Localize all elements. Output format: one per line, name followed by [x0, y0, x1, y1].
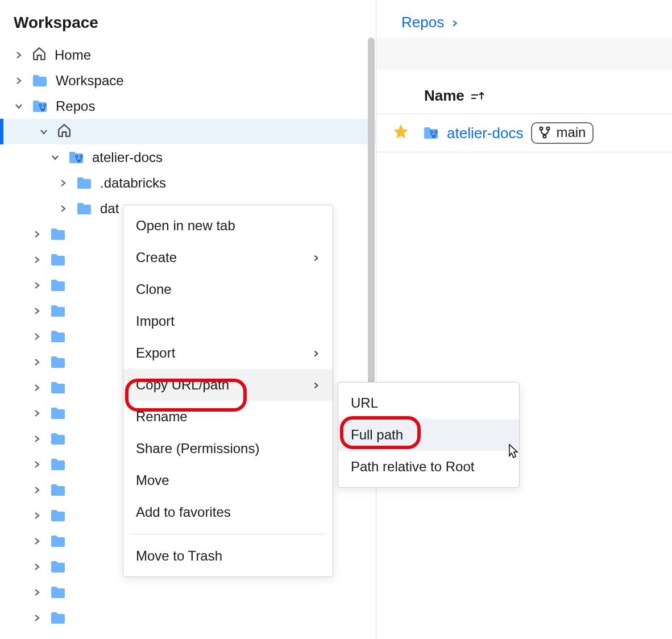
folder-icon [50, 381, 66, 395]
folder-icon [50, 355, 66, 369]
repo-link[interactable]: atelier-docs [447, 125, 523, 142]
chevron-right-icon [32, 536, 42, 546]
chevron-right-icon [32, 331, 42, 342]
tree-item-atelier-docs[interactable]: atelier-docs [0, 144, 376, 170]
folder-icon [50, 279, 66, 292]
tree-item-workspace[interactable]: Workspace [0, 68, 376, 93]
folder-icon [50, 534, 66, 548]
chevron-right-icon [58, 204, 68, 214]
star-icon[interactable] [392, 123, 409, 143]
folder-icon [50, 406, 66, 420]
chevron-right-icon [32, 357, 42, 367]
menu-share[interactable]: Share (Permissions) [123, 433, 333, 464]
folder-icon [50, 253, 66, 267]
submenu-url[interactable]: URL [338, 387, 519, 419]
chevron-down-icon [14, 101, 24, 111]
branch-pill[interactable]: main [531, 122, 594, 144]
repo-folder-icon [423, 126, 439, 140]
submenu-full-path[interactable]: Full path [338, 419, 519, 451]
tree-label: Repos [56, 98, 95, 114]
submenu-copy-url-path: URL Full path Path relative to Root [338, 382, 520, 488]
submenu-relative[interactable]: Path relative to Root [338, 451, 519, 483]
folder-icon [50, 227, 66, 241]
folder-icon [50, 432, 66, 446]
pointer-cursor-icon [505, 442, 521, 464]
sort-ascending-icon [470, 90, 485, 102]
chevron-right-icon [32, 255, 42, 265]
folder-icon [50, 330, 66, 343]
folder-icon [50, 509, 66, 522]
chevron-down-icon [50, 152, 60, 163]
chevron-right-icon [32, 434, 42, 444]
branch-icon [538, 126, 551, 139]
chevron-right-icon [32, 587, 42, 597]
menu-import[interactable]: Import [123, 305, 333, 337]
table-row[interactable]: atelier-docs main [376, 114, 672, 152]
toolbar-placeholder [376, 37, 672, 70]
menu-rename[interactable]: Rename [123, 401, 333, 433]
chevron-down-icon [39, 127, 49, 137]
menu-create[interactable]: Create [123, 242, 333, 273]
tree-label: dat [100, 201, 119, 217]
tree-label: Home [55, 47, 91, 63]
menu-add-favorites[interactable]: Add to favorites [123, 496, 333, 528]
chevron-right-icon [32, 459, 42, 470]
branch-name: main [556, 125, 586, 140]
tree-item-databricks[interactable]: .databricks [0, 170, 376, 196]
column-name: Name [424, 87, 464, 105]
folder-icon [50, 560, 66, 574]
tree-label: atelier-docs [92, 150, 163, 165]
tree-item-generic[interactable] [0, 605, 376, 630]
folder-icon [50, 611, 66, 625]
folder-icon [50, 304, 66, 318]
chevron-right-icon [32, 613, 42, 623]
chevron-right-icon [14, 50, 24, 60]
menu-move[interactable]: Move [123, 464, 333, 496]
tree-item-user-home[interactable] [0, 119, 376, 144]
repo-folder-icon [68, 151, 84, 164]
menu-move-trash[interactable]: Move to Trash [123, 540, 333, 572]
tree-item-generic[interactable] [0, 579, 376, 605]
chevron-right-icon [32, 383, 42, 393]
tree-label: Workspace [56, 73, 124, 89]
context-menu: Open in new tab Create Clone Import Expo… [123, 205, 333, 577]
folder-icon [50, 483, 66, 497]
folder-icon [50, 586, 66, 599]
svg-point-10 [547, 127, 550, 130]
chevron-right-icon [32, 280, 42, 291]
chevron-right-icon [58, 178, 68, 188]
home-icon [57, 123, 72, 141]
chevron-right-icon [32, 306, 42, 316]
home-icon [32, 46, 47, 64]
main-panel: Repos Name atelier-docs main [376, 0, 672, 639]
chevron-right-icon [32, 562, 42, 572]
breadcrumb: Repos [376, 14, 672, 31]
chevron-right-icon [451, 15, 459, 31]
scrollbar-thumb[interactable] [368, 38, 375, 390]
chevron-right-icon [312, 377, 320, 393]
scrollbar[interactable] [367, 38, 376, 634]
chevron-right-icon [14, 76, 24, 86]
tree-label: .databricks [100, 175, 166, 191]
tree-item-repos[interactable]: Repos [0, 93, 376, 119]
folder-icon [76, 176, 92, 190]
chevron-right-icon [312, 345, 320, 361]
menu-open-new-tab[interactable]: Open in new tab [123, 210, 333, 242]
sidebar-title: Workspace [0, 0, 376, 42]
chevron-right-icon [32, 485, 42, 495]
chevron-right-icon [32, 511, 42, 521]
chevron-right-icon [32, 229, 42, 239]
table-header[interactable]: Name [376, 70, 672, 114]
menu-clone[interactable]: Clone [123, 273, 333, 305]
menu-copy-url-path[interactable]: Copy URL/path [123, 369, 333, 401]
menu-export[interactable]: Export [123, 337, 333, 369]
chevron-right-icon [312, 250, 320, 265]
chevron-right-icon [32, 408, 42, 418]
tree-item-home[interactable]: Home [0, 42, 376, 68]
breadcrumb-repos-link[interactable]: Repos [401, 14, 444, 31]
repo-folder-icon [32, 99, 48, 113]
menu-separator [130, 534, 326, 534]
folder-icon [76, 202, 92, 215]
folder-icon [32, 74, 48, 88]
folder-icon [50, 458, 66, 471]
